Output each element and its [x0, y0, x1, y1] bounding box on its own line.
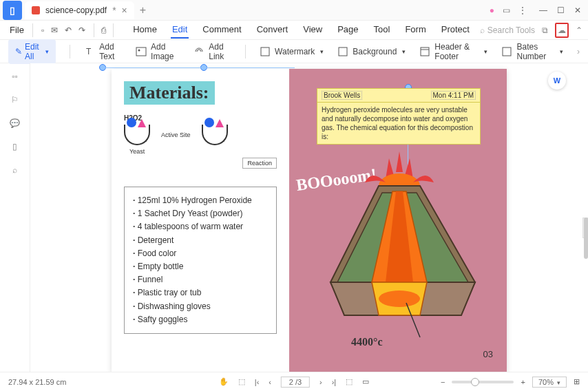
svg-rect-4 [261, 47, 269, 56]
page-input[interactable]: 2 /3 [281, 377, 310, 388]
close-tab-icon[interactable]: × [122, 5, 127, 16]
mail-icon[interactable]: ✉ [51, 25, 58, 35]
search-icon: ⌕ [480, 25, 485, 35]
tab-home[interactable]: Home [132, 21, 158, 39]
search-tools[interactable]: ⌕ Search Tools [480, 25, 535, 35]
svg-rect-0 [32, 6, 40, 14]
material-item: Plastic tray or tub [133, 286, 268, 299]
svg-rect-6 [421, 47, 429, 56]
document: Materials: H2O2 Active Site Yeast Reacti… [112, 69, 507, 372]
material-item: Food color [133, 247, 268, 260]
image-icon [136, 46, 147, 57]
page-left: Materials: H2O2 Active Site Yeast Reacti… [112, 69, 289, 372]
collapse-icon[interactable]: ⌃ [576, 25, 582, 35]
main-tabs: HomeEditCommentConvertViewPageToolFormPr… [132, 21, 471, 39]
watermark-icon [260, 46, 271, 57]
cloud-upload-icon[interactable]: ☁ [555, 23, 569, 38]
reaction-diagram: H2O2 Active Site Yeast Reaction [124, 114, 277, 169]
new-tab-button[interactable]: + [134, 4, 151, 17]
background-button[interactable]: Background▾ [337, 46, 406, 57]
undo-icon[interactable]: ↶ [65, 25, 72, 35]
add-image-button[interactable]: Add Image [136, 42, 180, 61]
attachment-icon[interactable]: ▯ [12, 142, 17, 151]
add-link-button[interactable]: Add Link [193, 42, 231, 61]
heart-icon[interactable]: ● [490, 6, 494, 15]
volcano-illustration [303, 145, 496, 344]
text-icon: T [84, 46, 95, 57]
material-item: 125ml 10% Hydrogen Peroxide [133, 194, 268, 207]
link-icon [193, 46, 204, 57]
file-menu[interactable]: File [6, 22, 28, 38]
comment-text: Hydrogen peroxide molecules are very uns… [317, 103, 480, 144]
document-tab[interactable]: science-copy.pdf * × [25, 1, 134, 19]
close-window-icon[interactable]: ✕ [574, 6, 581, 15]
zoom-out-icon[interactable]: − [441, 378, 445, 386]
page-number: 03 [483, 349, 493, 359]
bates-number-button[interactable]: Bates Number▾ [501, 42, 563, 61]
bookmark-icon[interactable]: ⚐ [11, 95, 19, 105]
watermark-button[interactable]: Watermark▾ [260, 46, 324, 57]
zoom-slider[interactable] [452, 381, 514, 383]
tab-edit[interactable]: Edit [171, 21, 189, 39]
tab-comment[interactable]: Comment [201, 21, 242, 39]
tab-star-icon[interactable]: * [112, 5, 116, 16]
minimize-icon[interactable]: — [539, 6, 547, 15]
fit-width-icon[interactable]: ⬚ [346, 377, 353, 386]
edit-toolbar: ✎ Edit All▾ T Add Text Add Image Add Lin… [0, 40, 588, 63]
message-icon[interactable]: ▭ [503, 6, 510, 15]
maximize-icon[interactable]: ☐ [557, 6, 565, 15]
select-tool-icon[interactable]: ⬚ [238, 377, 245, 386]
svg-point-3 [138, 49, 140, 51]
first-page-icon[interactable]: |‹ [255, 378, 260, 386]
edit-all-button[interactable]: ✎ Edit All▾ [8, 39, 56, 64]
left-nav: ▫▫ ⚐ 💬 ▯ ⌕ [0, 63, 30, 372]
comment-annotation[interactable]: Brook Wells Mon 4:11 PM Hydrogen peroxid… [317, 88, 481, 145]
material-item: Dishwashing gloves [133, 300, 268, 313]
last-page-icon[interactable]: ›| [332, 378, 337, 386]
tab-form[interactable]: Form [403, 21, 427, 39]
material-item: Funnel [133, 273, 268, 286]
svg-text:T: T [86, 47, 92, 56]
comment-nav-icon[interactable]: 💬 [10, 118, 20, 128]
svg-point-10 [379, 290, 420, 307]
bates-icon [501, 46, 512, 57]
tab-tool[interactable]: Tool [372, 21, 392, 39]
toolbar-next-icon[interactable]: › [577, 47, 580, 56]
page-right: Brook Wells Mon 4:11 PM Hydrogen peroxid… [289, 69, 507, 372]
zoom-in-icon[interactable]: + [521, 378, 525, 386]
material-item: Detergent [133, 234, 268, 247]
external-icon[interactable]: ⧉ [542, 25, 548, 35]
zoom-level[interactable]: 70% ▾ [532, 377, 567, 388]
canvas[interactable]: Materials: H2O2 Active Site Yeast Reacti… [30, 63, 588, 372]
search-nav-icon[interactable]: ⌕ [12, 165, 17, 175]
menubar: File ▫ ✉ ↶ ↷ ⎙ HomeEditCommentConvertVie… [0, 21, 588, 40]
prev-page-icon[interactable]: ‹ [269, 378, 271, 386]
redo-icon[interactable]: ↷ [78, 25, 85, 35]
thumbnails-icon[interactable]: ▫▫ [12, 72, 18, 81]
fit-page-icon[interactable]: ▭ [362, 377, 369, 386]
header-footer-icon [419, 46, 430, 57]
kebab-icon[interactable]: ⋮ [518, 6, 527, 15]
tab-protect[interactable]: Protect [440, 21, 471, 39]
hand-tool-icon[interactable]: ✋ [219, 377, 229, 386]
header-footer-button[interactable]: Header & Footer▾ [419, 42, 487, 61]
print-icon[interactable]: ⎙ [98, 25, 109, 35]
fullscreen-icon[interactable]: ⊞ [574, 377, 580, 386]
next-page-icon[interactable]: › [319, 378, 322, 386]
add-text-button[interactable]: T Add Text [84, 42, 122, 61]
scrollbar[interactable] [584, 218, 588, 259]
materials-list: 125ml 10% Hydrogen Peroxide1 Sachet Dry … [124, 187, 277, 334]
comment-author: Brook Wells [322, 91, 362, 100]
save-icon[interactable]: ▫ [41, 25, 44, 35]
material-item: 1 Sachet Dry Yeast (powder) [133, 207, 268, 220]
word-badge-icon[interactable]: W [548, 72, 566, 89]
svg-rect-2 [136, 47, 146, 56]
dimensions-label: 27.94 x 21.59 cm [8, 378, 66, 386]
comment-time: Mon 4:11 PM [431, 91, 476, 100]
tab-page[interactable]: Page [336, 21, 359, 39]
material-item: Safty goggles [133, 313, 268, 326]
tab-convert[interactable]: Convert [255, 21, 290, 39]
titlebar: ▯ science-copy.pdf * × + ● ▭ ⋮ — ☐ ✕ [0, 0, 588, 21]
materials-heading: Materials: [124, 81, 215, 105]
tab-view[interactable]: View [302, 21, 324, 39]
